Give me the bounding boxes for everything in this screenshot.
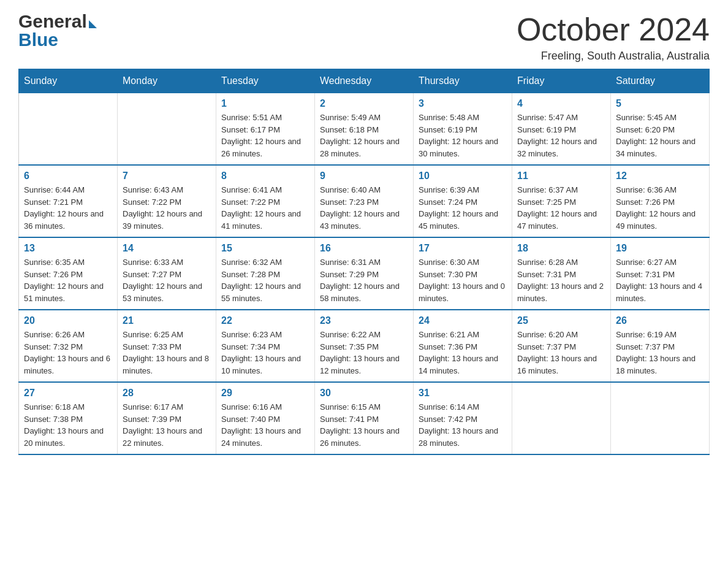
calendar-cell: 8Sunrise: 6:41 AMSunset: 7:22 PMDaylight… xyxy=(216,165,315,237)
logo-general-text: General xyxy=(18,12,87,31)
calendar-cell: 5Sunrise: 5:45 AMSunset: 6:20 PMDaylight… xyxy=(611,93,710,166)
day-number: 15 xyxy=(221,243,309,254)
day-info: Sunrise: 5:48 AMSunset: 6:19 PMDaylight:… xyxy=(419,112,507,159)
calendar-cell: 2Sunrise: 5:49 AMSunset: 6:18 PMDaylight… xyxy=(315,93,414,166)
calendar-cell: 20Sunrise: 6:26 AMSunset: 7:32 PMDayligh… xyxy=(19,310,118,382)
calendar-cell xyxy=(19,93,118,166)
calendar-cell: 22Sunrise: 6:23 AMSunset: 7:34 PMDayligh… xyxy=(216,310,315,382)
day-info: Sunrise: 6:41 AMSunset: 7:22 PMDaylight:… xyxy=(221,184,309,232)
day-info: Sunrise: 6:30 AMSunset: 7:30 PMDaylight:… xyxy=(419,256,507,304)
day-info: Sunrise: 6:21 AMSunset: 7:36 PMDaylight:… xyxy=(419,329,507,377)
calendar-cell: 28Sunrise: 6:17 AMSunset: 7:39 PMDayligh… xyxy=(118,382,216,454)
weekday-header-saturday: Saturday xyxy=(611,69,710,93)
day-info: Sunrise: 6:31 AMSunset: 7:29 PMDaylight:… xyxy=(320,256,408,304)
weekday-header-row: SundayMondayTuesdayWednesdayThursdayFrid… xyxy=(19,69,710,93)
calendar-cell: 1Sunrise: 5:51 AMSunset: 6:17 PMDaylight… xyxy=(216,93,315,166)
calendar-cell xyxy=(512,382,611,454)
day-info: Sunrise: 6:26 AMSunset: 7:32 PMDaylight:… xyxy=(24,329,112,377)
day-number: 21 xyxy=(123,315,211,326)
calendar-cell: 18Sunrise: 6:28 AMSunset: 7:31 PMDayligh… xyxy=(512,237,611,310)
calendar-table: SundayMondayTuesdayWednesdayThursdayFrid… xyxy=(18,69,710,455)
day-number: 2 xyxy=(320,98,408,109)
day-number: 5 xyxy=(616,98,704,109)
day-info: Sunrise: 6:18 AMSunset: 7:38 PMDaylight:… xyxy=(24,401,112,449)
day-number: 7 xyxy=(123,170,211,182)
calendar-cell xyxy=(118,93,216,166)
day-info: Sunrise: 6:37 AMSunset: 7:25 PMDaylight:… xyxy=(517,184,605,232)
weekday-header-sunday: Sunday xyxy=(19,69,118,93)
day-info: Sunrise: 5:51 AMSunset: 6:17 PMDaylight:… xyxy=(221,112,309,159)
logo-triangle-icon xyxy=(89,20,97,28)
day-number: 25 xyxy=(517,315,605,326)
day-number: 8 xyxy=(221,170,309,182)
day-info: Sunrise: 6:19 AMSunset: 7:37 PMDaylight:… xyxy=(616,329,704,377)
day-number: 18 xyxy=(517,243,605,254)
calendar-cell: 12Sunrise: 6:36 AMSunset: 7:26 PMDayligh… xyxy=(611,165,710,237)
day-info: Sunrise: 6:25 AMSunset: 7:33 PMDaylight:… xyxy=(123,329,211,377)
day-number: 11 xyxy=(517,170,605,182)
weekday-header-tuesday: Tuesday xyxy=(216,69,315,93)
logo-blue-text: Blue xyxy=(18,31,97,49)
page-header: General Blue October 2024 Freeling, Sout… xyxy=(18,12,710,63)
day-number: 19 xyxy=(616,243,704,254)
calendar-cell: 16Sunrise: 6:31 AMSunset: 7:29 PMDayligh… xyxy=(315,237,414,310)
day-number: 28 xyxy=(123,388,211,399)
day-number: 16 xyxy=(320,243,408,254)
calendar-cell: 24Sunrise: 6:21 AMSunset: 7:36 PMDayligh… xyxy=(414,310,512,382)
calendar-cell: 9Sunrise: 6:40 AMSunset: 7:23 PMDaylight… xyxy=(315,165,414,237)
day-number: 29 xyxy=(221,388,309,399)
weekday-header-wednesday: Wednesday xyxy=(315,69,414,93)
day-number: 13 xyxy=(24,243,112,254)
weekday-header-friday: Friday xyxy=(512,69,611,93)
calendar-cell: 30Sunrise: 6:15 AMSunset: 7:41 PMDayligh… xyxy=(315,382,414,454)
calendar-body: 1Sunrise: 5:51 AMSunset: 6:17 PMDaylight… xyxy=(19,93,710,455)
calendar-cell: 4Sunrise: 5:47 AMSunset: 6:19 PMDaylight… xyxy=(512,93,611,166)
day-number: 26 xyxy=(616,315,704,326)
day-info: Sunrise: 5:49 AMSunset: 6:18 PMDaylight:… xyxy=(320,112,408,159)
calendar-cell: 31Sunrise: 6:14 AMSunset: 7:42 PMDayligh… xyxy=(414,382,512,454)
day-info: Sunrise: 6:32 AMSunset: 7:28 PMDaylight:… xyxy=(221,256,309,304)
month-title: October 2024 xyxy=(517,12,710,47)
day-info: Sunrise: 6:35 AMSunset: 7:26 PMDaylight:… xyxy=(24,256,112,304)
calendar-cell: 3Sunrise: 5:48 AMSunset: 6:19 PMDaylight… xyxy=(414,93,512,166)
day-number: 24 xyxy=(419,315,507,326)
day-number: 10 xyxy=(419,170,507,182)
day-number: 31 xyxy=(419,388,507,399)
day-info: Sunrise: 6:20 AMSunset: 7:37 PMDaylight:… xyxy=(517,329,605,377)
calendar-cell: 29Sunrise: 6:16 AMSunset: 7:40 PMDayligh… xyxy=(216,382,315,454)
day-number: 23 xyxy=(320,315,408,326)
calendar-cell: 15Sunrise: 6:32 AMSunset: 7:28 PMDayligh… xyxy=(216,237,315,310)
day-number: 30 xyxy=(320,388,408,399)
calendar-cell: 13Sunrise: 6:35 AMSunset: 7:26 PMDayligh… xyxy=(19,237,118,310)
day-info: Sunrise: 5:45 AMSunset: 6:20 PMDaylight:… xyxy=(616,112,704,159)
title-section: October 2024 Freeling, South Australia, … xyxy=(517,12,710,63)
day-number: 6 xyxy=(24,170,112,182)
day-number: 1 xyxy=(221,98,309,109)
day-info: Sunrise: 6:22 AMSunset: 7:35 PMDaylight:… xyxy=(320,329,408,377)
day-number: 22 xyxy=(221,315,309,326)
day-info: Sunrise: 6:23 AMSunset: 7:34 PMDaylight:… xyxy=(221,329,309,377)
day-info: Sunrise: 6:16 AMSunset: 7:40 PMDaylight:… xyxy=(221,401,309,449)
day-info: Sunrise: 6:17 AMSunset: 7:39 PMDaylight:… xyxy=(123,401,211,449)
calendar-week-2: 6Sunrise: 6:44 AMSunset: 7:21 PMDaylight… xyxy=(19,165,710,237)
day-number: 20 xyxy=(24,315,112,326)
day-number: 3 xyxy=(419,98,507,109)
day-number: 12 xyxy=(616,170,704,182)
calendar-header: SundayMondayTuesdayWednesdayThursdayFrid… xyxy=(19,69,710,93)
weekday-header-thursday: Thursday xyxy=(414,69,512,93)
day-info: Sunrise: 6:43 AMSunset: 7:22 PMDaylight:… xyxy=(123,184,211,232)
day-info: Sunrise: 6:44 AMSunset: 7:21 PMDaylight:… xyxy=(24,184,112,232)
calendar-cell: 7Sunrise: 6:43 AMSunset: 7:22 PMDaylight… xyxy=(118,165,216,237)
calendar-cell: 23Sunrise: 6:22 AMSunset: 7:35 PMDayligh… xyxy=(315,310,414,382)
day-info: Sunrise: 6:27 AMSunset: 7:31 PMDaylight:… xyxy=(616,256,704,304)
calendar-week-3: 13Sunrise: 6:35 AMSunset: 7:26 PMDayligh… xyxy=(19,237,710,310)
day-number: 14 xyxy=(123,243,211,254)
calendar-cell: 19Sunrise: 6:27 AMSunset: 7:31 PMDayligh… xyxy=(611,237,710,310)
day-info: Sunrise: 6:28 AMSunset: 7:31 PMDaylight:… xyxy=(517,256,605,304)
day-number: 17 xyxy=(419,243,507,254)
day-info: Sunrise: 5:47 AMSunset: 6:19 PMDaylight:… xyxy=(517,112,605,159)
day-info: Sunrise: 6:33 AMSunset: 7:27 PMDaylight:… xyxy=(123,256,211,304)
calendar-cell: 26Sunrise: 6:19 AMSunset: 7:37 PMDayligh… xyxy=(611,310,710,382)
calendar-week-5: 27Sunrise: 6:18 AMSunset: 7:38 PMDayligh… xyxy=(19,382,710,454)
day-number: 27 xyxy=(24,388,112,399)
